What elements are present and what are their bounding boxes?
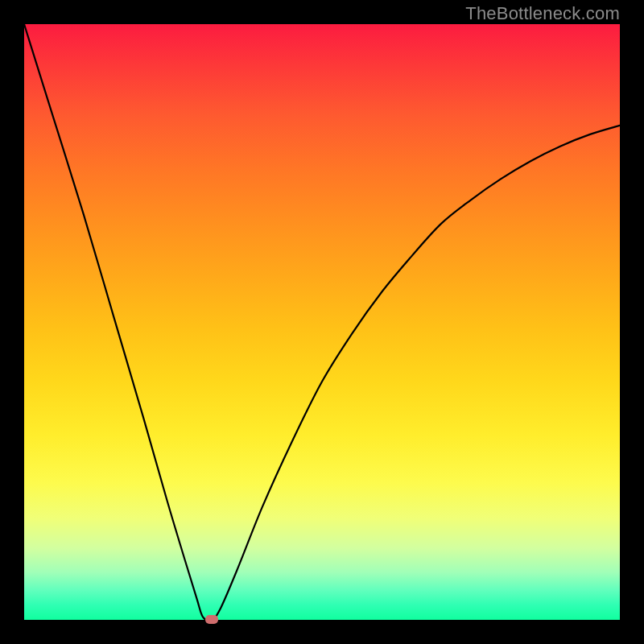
bottleneck-curve-path [24, 24, 620, 620]
watermark-text: TheBottleneck.com [465, 3, 620, 24]
optimum-marker [205, 615, 218, 624]
plot-area [24, 24, 620, 620]
chart-frame: TheBottleneck.com [0, 0, 644, 644]
curve-svg [24, 24, 620, 620]
